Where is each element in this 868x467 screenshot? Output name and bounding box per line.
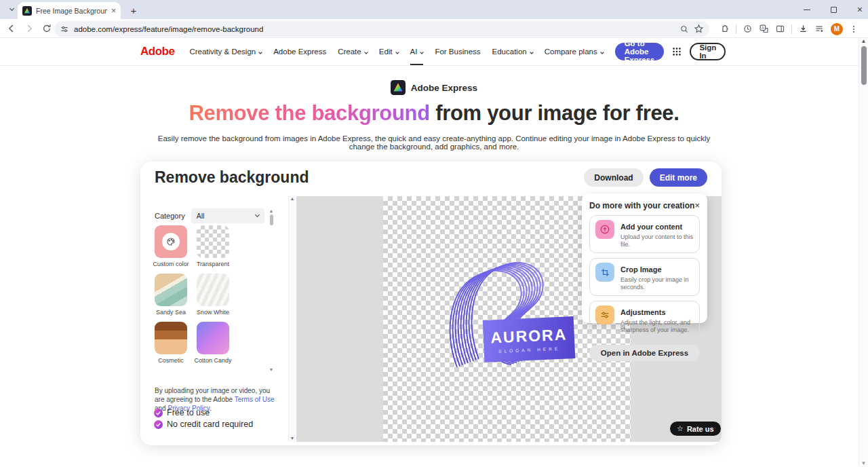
chevron-down-icon — [420, 50, 425, 54]
svg-text:A: A — [762, 26, 764, 30]
nav-item-ai[interactable]: AI — [410, 38, 424, 65]
new-tab-button[interactable]: + — [126, 3, 141, 18]
chevron-down-icon — [258, 50, 262, 54]
media-queue-icon[interactable] — [814, 24, 825, 34]
chevron-down-icon — [395, 50, 399, 54]
do-more-panel: Do more with your creation × Add your co… — [582, 193, 707, 323]
palette-icon — [162, 233, 180, 250]
aurora-banner: AURORA SLOGAN HERE — [483, 316, 576, 362]
close-icon[interactable]: × — [694, 201, 700, 210]
canvas-scrollbar[interactable]: ▲ ▼ — [288, 196, 296, 442]
nav-item-compare-plans[interactable]: Compare plans — [545, 38, 604, 65]
background-swatch-grid: Custom color Transparent Sandy Sea Snow … — [150, 225, 234, 370]
adobe-navbar: Adobe Creativity & Design Adobe Express … — [0, 38, 868, 66]
swatch-snow-white: Snow White — [192, 274, 234, 316]
benefit-free-to-use: Free to use — [154, 408, 210, 417]
upload-icon — [595, 220, 614, 239]
scroll-up-icon[interactable]: ▲ — [269, 208, 274, 213]
adobe-express-favicon-icon — [22, 6, 32, 16]
adobe-logo[interactable]: Adobe — [140, 45, 174, 58]
swatch-cotton-candy: Cotton Candy — [192, 322, 234, 364]
page-subtitle: Easily remove the background from images… — [153, 134, 715, 151]
profile-avatar[interactable]: M — [831, 23, 843, 35]
adobe-express-logo-icon — [391, 80, 406, 95]
swatch-panel-scrollbar[interactable]: ▲ ▼ — [269, 208, 274, 371]
aurora-logo-image[interactable]: AURORA SLOGAN HERE — [439, 261, 581, 373]
chevron-down-icon — [600, 50, 604, 54]
nav-item-edit[interactable]: Edit — [379, 38, 399, 65]
sign-in-button[interactable]: Sign In — [690, 43, 726, 60]
scroll-up-icon[interactable]: ▲ — [861, 38, 867, 44]
site-settings-icon[interactable] — [60, 24, 69, 34]
nav-item-for-business[interactable]: For Business — [435, 38, 480, 65]
scroll-down-icon[interactable]: ▼ — [289, 436, 296, 441]
rate-us-button[interactable]: ☆ Rate us — [670, 422, 721, 436]
check-circle-icon — [154, 409, 163, 417]
extensions-icon[interactable] — [719, 24, 730, 34]
browser-tab[interactable]: Free Image Background Remo × — [18, 2, 121, 19]
apps-grid-icon[interactable] — [671, 46, 682, 57]
star-icon: ☆ — [677, 424, 684, 433]
cotton-candy-tile[interactable] — [197, 322, 229, 354]
category-label: Category — [155, 212, 185, 220]
bookmark-star-icon[interactable] — [694, 24, 704, 34]
chevron-down-icon — [364, 50, 368, 54]
brand-name: Adobe Express — [411, 83, 477, 93]
page-title: Remove the background from your image fo… — [0, 101, 868, 126]
translate-icon[interactable]: A — [759, 24, 769, 34]
crop-image-card[interactable]: Crop ImageEasily crop your image in seco… — [589, 258, 700, 296]
go-to-adobe-express-button[interactable]: Go to Adobe Express — [615, 43, 665, 60]
tab-close-icon[interactable]: × — [111, 7, 116, 15]
page-scrollbar[interactable]: ▲ ▼ — [859, 38, 868, 467]
url-bar[interactable]: adobe.com/express/feature/image/remove-b… — [54, 21, 709, 37]
reload-icon[interactable] — [39, 21, 54, 36]
nav-item-education[interactable]: Education — [492, 38, 533, 65]
download-button[interactable]: Download — [584, 168, 643, 187]
scroll-down-icon[interactable]: ▼ — [859, 460, 868, 466]
browser-toolbar: adobe.com/express/feature/image/remove-b… — [0, 19, 868, 38]
category-dropdown[interactable]: All — [191, 208, 264, 223]
open-in-adobe-express-button[interactable]: Open in Adobe Express — [589, 345, 700, 361]
kebab-menu-icon[interactable] — [849, 24, 859, 34]
snow-white-tile[interactable] — [197, 274, 229, 306]
check-circle-icon — [154, 420, 163, 429]
history-icon[interactable] — [743, 24, 753, 34]
edit-more-button[interactable]: Edit more — [650, 168, 707, 187]
hero-section: Adobe Express Remove the background from… — [0, 66, 868, 151]
swatch-cosmetic: Cosmetic — [150, 322, 192, 364]
adjustments-card[interactable]: AdjustmentsAdjust the light, color, and … — [589, 301, 700, 339]
forward-icon[interactable] — [22, 21, 37, 36]
remove-background-card: Remove background Download Edit more Cat… — [140, 162, 722, 445]
swatch-transparent: Transparent — [192, 225, 234, 267]
window-maximize-button[interactable] — [831, 7, 837, 13]
nav-item-adobe-express[interactable]: Adobe Express — [273, 38, 326, 65]
nav-item-creativity-design[interactable]: Creativity & Design — [189, 38, 262, 65]
tab-search-chevron-icon[interactable] — [4, 3, 19, 16]
scroll-up-icon[interactable]: ▲ — [290, 196, 295, 201]
transparent-tile[interactable] — [197, 225, 229, 258]
terms-of-use-link[interactable]: Terms of Use — [235, 396, 275, 403]
nav-item-create[interactable]: Create — [338, 38, 368, 65]
benefit-no-credit-card: No credit card required — [154, 419, 253, 429]
tab-strip: Free Image Background Remo × + × — [0, 0, 868, 19]
back-icon[interactable] — [4, 21, 19, 36]
add-your-content-card[interactable]: Add your contentUpload your content to t… — [589, 215, 700, 253]
scroll-down-icon[interactable]: ▼ — [269, 367, 274, 372]
cosmetic-tile[interactable] — [155, 322, 187, 354]
crop-icon — [595, 263, 614, 282]
download-icon[interactable] — [798, 24, 808, 34]
sandy-sea-tile[interactable] — [155, 274, 187, 306]
side-panel-icon[interactable] — [775, 24, 785, 34]
swatch-custom-color: Custom color — [150, 225, 192, 267]
zoom-page-icon[interactable] — [679, 24, 689, 34]
tool-title: Remove background — [155, 168, 309, 187]
chevron-down-icon — [530, 50, 534, 54]
tab-title: Free Image Background Remo — [36, 7, 107, 15]
custom-color-tile[interactable] — [155, 225, 187, 258]
url-text: adobe.com/express/feature/image/remove-b… — [74, 25, 675, 33]
sliders-icon — [595, 305, 614, 324]
window-close-button[interactable]: × — [857, 5, 863, 14]
scrollbar-thumb[interactable] — [270, 214, 273, 225]
scrollbar-thumb[interactable] — [861, 46, 867, 85]
window-minimize-button[interactable] — [804, 10, 810, 10]
